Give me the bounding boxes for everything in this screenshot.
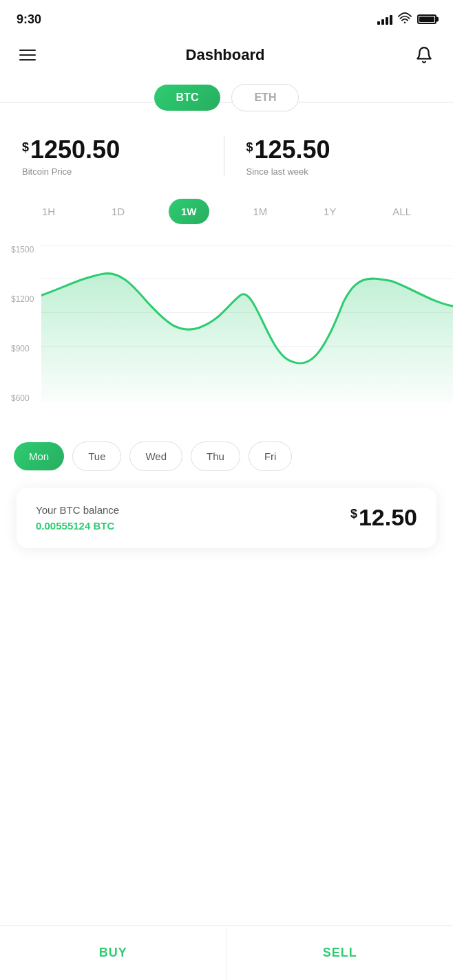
- balance-info: Your BTC balance 0.00555124 BTC: [36, 504, 119, 532]
- status-icons: [377, 12, 436, 26]
- buy-button[interactable]: BUY: [0, 926, 227, 980]
- balance-card: Your BTC balance 0.00555124 BTC $ 12.50: [17, 488, 436, 548]
- status-bar: 9:30: [0, 0, 453, 36]
- day-btn-mon[interactable]: Mon: [14, 442, 64, 470]
- balance-btc-amount: 0.00555124 BTC: [36, 520, 119, 532]
- status-time: 9:30: [17, 12, 41, 27]
- price-change: $ 125.50 Since last week: [224, 136, 432, 177]
- bitcoin-price-value: 1250.50: [30, 136, 120, 164]
- time-btn-1y[interactable]: 1Y: [311, 199, 348, 224]
- bottom-action-bar: BUY SELL: [0, 925, 453, 980]
- balance-usd-amount: 12.50: [359, 504, 417, 531]
- chart-label-1500: $1500: [11, 245, 34, 254]
- balance-dollar-sign: $: [350, 507, 357, 521]
- wifi-icon: [398, 12, 412, 26]
- balance-usd: $ 12.50: [350, 504, 417, 531]
- battery-icon: [417, 14, 436, 24]
- tab-eth[interactable]: ETH: [231, 84, 299, 111]
- price-chart: $1500 $1200 $900 $600: [0, 238, 453, 431]
- tab-btc[interactable]: BTC: [154, 85, 221, 111]
- day-tabs: Mon Tue Wed Thu Fri: [0, 431, 453, 488]
- page-title: Dashboard: [186, 46, 265, 64]
- chart-label-600: $600: [11, 393, 34, 403]
- time-btn-all[interactable]: ALL: [380, 199, 423, 224]
- svg-point-0: [404, 21, 406, 23]
- chart-svg-container: [41, 238, 453, 403]
- time-filter: 1H 1D 1W 1M 1Y ALL: [0, 193, 453, 238]
- chart-label-900: $900: [11, 344, 34, 353]
- sell-button[interactable]: SELL: [227, 926, 454, 980]
- price-dollar-right: $: [246, 140, 253, 155]
- day-btn-thu[interactable]: Thu: [191, 442, 240, 471]
- price-change-label: Since last week: [246, 166, 432, 177]
- price-section: $ 1250.50 Bitcoin Price $ 125.50 Since l…: [0, 125, 453, 193]
- price-dollar-left: $: [22, 140, 29, 155]
- day-btn-tue[interactable]: Tue: [72, 442, 121, 471]
- price-change-value: 125.50: [255, 136, 330, 164]
- chart-label-1200: $1200: [11, 294, 34, 304]
- time-btn-1w[interactable]: 1W: [169, 199, 209, 224]
- header: Dashboard: [0, 36, 453, 78]
- time-btn-1d[interactable]: 1D: [99, 199, 137, 224]
- currency-tabs: BTC ETH: [0, 78, 453, 125]
- day-btn-wed[interactable]: Wed: [129, 442, 182, 471]
- price-bitcoin: $ 1250.50 Bitcoin Price: [22, 136, 224, 177]
- day-btn-fri[interactable]: Fri: [249, 442, 293, 471]
- chart-y-labels: $1500 $1200 $900 $600: [11, 238, 34, 431]
- balance-title: Your BTC balance: [36, 504, 119, 516]
- time-btn-1h[interactable]: 1H: [30, 199, 67, 224]
- bitcoin-price-label: Bitcoin Price: [22, 166, 207, 177]
- bell-icon[interactable]: [412, 43, 436, 67]
- menu-icon[interactable]: [17, 47, 39, 63]
- signal-icon: [377, 14, 392, 25]
- time-btn-1m[interactable]: 1M: [240, 199, 280, 224]
